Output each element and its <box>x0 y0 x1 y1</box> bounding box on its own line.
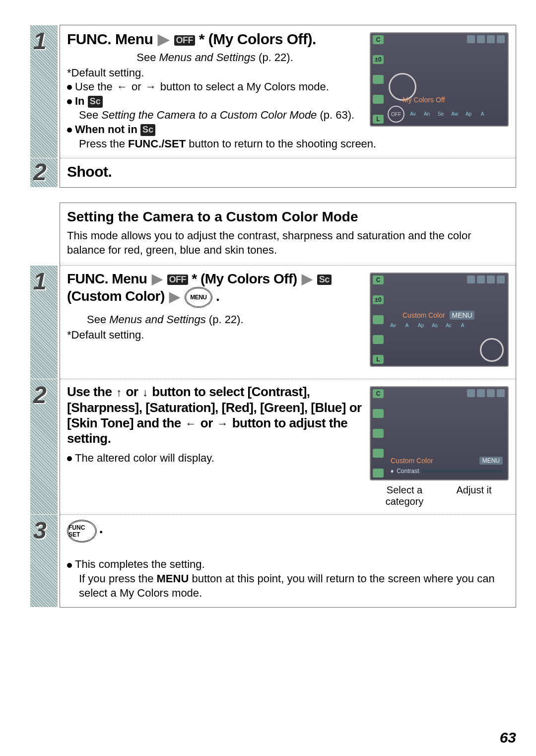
camera-screenshot-2: C±0L Custom Color MENU Av A Ap As Ac A <box>370 273 509 367</box>
step-number-strip: 2 <box>30 158 58 187</box>
step-number-2b: 2 <box>33 381 47 409</box>
menu-button-icon: MENU <box>185 287 212 308</box>
step-number-3: 3 <box>33 517 47 544</box>
arrow-left-icon: ← <box>117 80 128 93</box>
contrast-slider: ♦Contrast <box>391 468 503 475</box>
func-set-button-icon: FUNC SET <box>67 520 97 543</box>
off-icon: OFF <box>174 35 196 46</box>
step-number-2: 2 <box>33 158 47 186</box>
bullet-icon <box>67 99 72 104</box>
step-number-strip: 2 <box>30 379 58 514</box>
step-number-strip: 1 <box>30 25 58 158</box>
arrow-left-icon: ← <box>186 417 197 430</box>
screenshot3-label: Custom Color <box>391 457 433 465</box>
screenshot2-label: Custom Color <box>402 311 445 319</box>
menu-pill: MENU <box>479 457 503 465</box>
camera-screenshot-3: C Custom Color MENU ♦Contrast <box>370 386 509 481</box>
step-number-strip: 3 <box>30 515 58 607</box>
bullet-icon <box>67 128 72 133</box>
bullet-icon <box>67 563 72 568</box>
camera-screenshot-1: C±0L My Colors Off OFF Av An Se Aw Ap A <box>370 32 509 127</box>
arrow-right-icon: ▶ <box>158 30 169 48</box>
menu-return-note: If you press the MENU button at this poi… <box>79 572 509 600</box>
arrow-right-icon: ▶ <box>169 288 180 305</box>
arrow-right-icon: ▶ <box>152 271 163 287</box>
procedure-block-1: 1 C±0L My Colors Off OFF Av An Se <box>60 25 516 188</box>
sc-mode-icon: Sc <box>317 275 332 285</box>
section-title: Setting the Camera to a Custom Color Mod… <box>67 209 509 225</box>
bullet-icon <box>67 85 72 90</box>
caption-adjust: Adjust it <box>439 484 509 507</box>
procedure-block-2: Setting the Camera to a Custom Color Mod… <box>60 203 516 608</box>
page-number: 63 <box>500 729 516 746</box>
screenshot-mode-label: My Colors Off <box>402 96 505 104</box>
arrow-down-icon: ↓ <box>142 386 148 399</box>
off-chip-icon: OFF <box>388 106 404 123</box>
caption-select: Select a category <box>370 484 439 507</box>
step-number-1: 1 <box>33 27 47 55</box>
arrow-right-small-icon: → <box>217 417 228 430</box>
section-intro: This mode allows you to adjust the contr… <box>67 229 509 257</box>
menu-pill: MENU <box>450 311 474 320</box>
step2-heading: Shoot. <box>67 163 509 180</box>
completes-note: This completes the setting. <box>67 557 509 572</box>
not-in-sc-body: Press the FUNC./SET button to return to … <box>79 137 509 151</box>
sc-mode-icon: Sc <box>88 96 103 107</box>
arrow-up-icon: ↑ <box>116 386 122 399</box>
off-icon: OFF <box>167 275 189 285</box>
sc-mode-icon: Sc <box>140 124 155 136</box>
bullet-icon <box>67 456 72 461</box>
step-number-1b: 1 <box>33 268 47 295</box>
selection-circle-icon <box>480 338 504 362</box>
arrow-right-icon: ▶ <box>302 271 313 287</box>
screenshot-caption: Select a category Adjust it <box>370 484 509 507</box>
step-number-strip: 1 <box>30 266 58 379</box>
arrow-right-small-icon: → <box>145 80 156 93</box>
